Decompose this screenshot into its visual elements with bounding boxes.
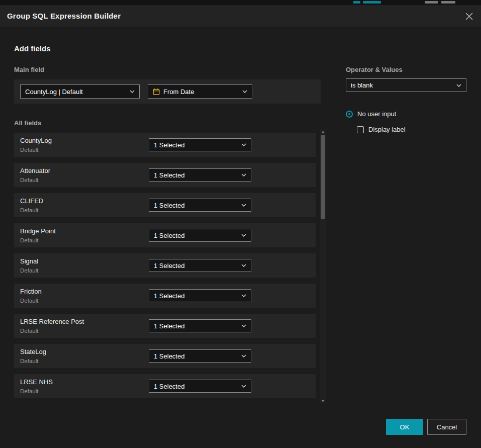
no-user-input-label: No user input (357, 110, 396, 118)
operator-values-label: Operator & Values (346, 66, 403, 73)
all-fields-label: All fields (14, 119, 41, 127)
scrollbar[interactable]: ▴ ▾ (320, 129, 326, 403)
no-user-input-option: No user input (346, 110, 396, 118)
calendar-icon (153, 88, 160, 95)
field-row: StateLog Default 1 Selected (14, 344, 316, 368)
main-field-source-dropdown[interactable]: CountyLog | Default (20, 84, 140, 99)
scroll-down-icon[interactable]: ▾ (320, 398, 326, 403)
field-selected-dropdown-label: 1 Selected (154, 202, 238, 209)
operator-dropdown[interactable]: is blank (346, 78, 466, 92)
field-selected-dropdown[interactable]: 1 Selected (149, 138, 251, 151)
field-selected-dropdown-label: 1 Selected (154, 141, 238, 149)
chevron-down-icon (241, 385, 246, 388)
all-fields-list: CountyLog Default 1 Selected Attenuator … (14, 133, 316, 398)
field-row: Friction Default 1 Selected (14, 284, 316, 308)
operator-dropdown-value: is blank (351, 81, 453, 89)
field-name: Bridge Point (20, 227, 56, 235)
field-selected-dropdown-label: 1 Selected (154, 171, 238, 179)
display-label-option: Display label (357, 126, 406, 133)
field-subtitle: Default (20, 267, 38, 274)
field-selected-dropdown[interactable]: 1 Selected (149, 168, 251, 182)
field-row: Attenuator Default 1 Selected (14, 163, 316, 187)
main-field-source-value: CountyLog | Default (25, 88, 126, 96)
field-row: CountyLog Default 1 Selected (14, 133, 316, 157)
field-subtitle: Default (20, 207, 38, 213)
field-selected-dropdown[interactable]: 1 Selected (149, 380, 251, 393)
field-subtitle: Default (20, 147, 38, 153)
background-artifact (353, 1, 360, 4)
field-selected-dropdown-label: 1 Selected (154, 262, 238, 270)
field-name: LRSE NHS (20, 378, 53, 386)
main-field-date-dropdown[interactable]: From Date (148, 84, 252, 99)
dialog-title: Group SQL Expression Builder (7, 12, 121, 20)
field-selected-dropdown[interactable]: 1 Selected (149, 259, 251, 272)
display-label-text: Display label (368, 126, 406, 133)
field-name: CountyLog (20, 137, 52, 144)
background-artifact (363, 1, 381, 4)
field-name: Signal (20, 257, 38, 265)
chevron-down-icon (241, 173, 246, 176)
field-selected-dropdown[interactable]: 1 Selected (149, 199, 251, 212)
chevron-down-icon (241, 264, 246, 267)
scrollbar-thumb[interactable] (321, 135, 325, 219)
field-name: LRSE Reference Post (20, 318, 84, 325)
dialog-header: Group SQL Expression Builder (0, 5, 481, 27)
main-field-date-value: From Date (163, 88, 239, 96)
field-selected-dropdown[interactable]: 1 Selected (149, 289, 251, 302)
field-selected-dropdown[interactable]: 1 Selected (149, 349, 251, 363)
field-row: CLIFED Default 1 Selected (14, 193, 316, 217)
background-artifact (425, 1, 438, 4)
field-name: Friction (20, 288, 42, 295)
field-selected-dropdown-label: 1 Selected (154, 292, 238, 300)
chevron-down-icon (456, 84, 461, 87)
field-row: LRSE Reference Post Default 1 Selected (14, 314, 316, 338)
field-name: Attenuator (20, 167, 50, 174)
field-subtitle: Default (20, 298, 38, 304)
field-subtitle: Default (20, 388, 38, 394)
group-sql-expression-builder-dialog: Group SQL Expression Builder Add fields … (0, 5, 481, 448)
close-icon[interactable] (464, 12, 473, 21)
chevron-down-icon (130, 90, 135, 93)
ok-button[interactable]: OK (386, 419, 423, 435)
column-divider (333, 64, 333, 403)
main-field-row: CountyLog | Default From Date (14, 79, 321, 104)
field-row: LRSE NHS Default 1 Selected (14, 374, 316, 398)
chevron-down-icon (241, 294, 246, 297)
no-user-input-radio[interactable] (346, 111, 353, 118)
chevron-down-icon (241, 204, 246, 207)
field-subtitle: Default (20, 358, 38, 364)
chevron-down-icon (241, 324, 246, 327)
field-selected-dropdown-label: 1 Selected (154, 352, 238, 360)
field-row: Bridge Point Default 1 Selected (14, 223, 316, 247)
main-field-label: Main field (14, 66, 44, 73)
field-subtitle: Default (20, 237, 38, 243)
field-name: CLIFED (20, 197, 43, 205)
chevron-down-icon (241, 143, 246, 146)
background-artifact (441, 1, 455, 4)
field-subtitle: Default (20, 177, 38, 183)
field-row: Signal Default 1 Selected (14, 253, 316, 278)
chevron-down-icon (241, 234, 246, 237)
field-selected-dropdown[interactable]: 1 Selected (149, 229, 251, 242)
chevron-down-icon (242, 90, 247, 93)
display-label-checkbox[interactable] (357, 126, 364, 133)
field-name: StateLog (20, 348, 46, 355)
cancel-button[interactable]: Cancel (427, 419, 466, 435)
field-selected-dropdown-label: 1 Selected (154, 232, 238, 239)
chevron-down-icon (241, 354, 246, 357)
background-strip (0, 0, 481, 5)
field-selected-dropdown-label: 1 Selected (154, 383, 238, 390)
field-selected-dropdown-label: 1 Selected (154, 322, 238, 330)
scroll-up-icon[interactable]: ▴ (320, 129, 326, 134)
add-fields-heading: Add fields (14, 44, 51, 53)
field-subtitle: Default (20, 328, 38, 334)
field-selected-dropdown[interactable]: 1 Selected (149, 319, 251, 332)
